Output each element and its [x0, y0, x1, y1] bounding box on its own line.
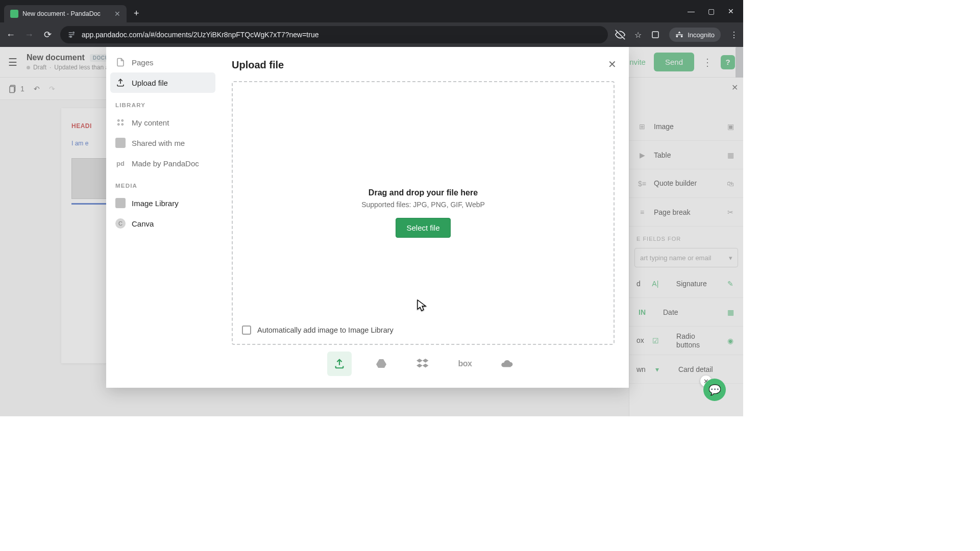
provider-dropbox[interactable]: [411, 352, 435, 376]
window-minimize-icon[interactable]: —: [688, 7, 695, 15]
tab-favicon: [10, 10, 18, 18]
site-settings-icon[interactable]: [67, 31, 76, 39]
tab-title: New document - PandaDoc: [22, 10, 101, 17]
chat-fab[interactable]: 💬: [703, 379, 726, 401]
dropzone-title: Drag and drop your file here: [369, 188, 478, 197]
back-button[interactable]: ←: [5, 30, 16, 40]
auto-add-checkbox-row[interactable]: Automatically add image to Image Library: [242, 325, 394, 335]
sidebar-item-upload[interactable]: Upload file: [110, 72, 215, 93]
select-file-button[interactable]: Select file: [396, 218, 450, 238]
upload-modal: Pages Upload file LIBRARY My content Sha…: [106, 47, 629, 388]
svg-point-8: [118, 123, 119, 125]
svg-point-0: [73, 32, 75, 34]
folder-icon: [115, 138, 126, 148]
new-tab-button[interactable]: +: [134, 8, 139, 19]
sidebar-item-shared[interactable]: Shared with me: [110, 133, 215, 153]
provider-row: box: [232, 349, 615, 379]
extensions-icon[interactable]: [651, 30, 660, 39]
dropzone[interactable]: Drag and drop your file here Supported f…: [232, 81, 615, 345]
modal-main: Upload file ✕ Drag and drop your file he…: [219, 47, 629, 388]
grid-icon: [115, 117, 126, 128]
browser-tab[interactable]: New document - PandaDoc ✕: [4, 5, 127, 22]
auto-add-label: Automatically add image to Image Library: [257, 326, 394, 334]
provider-upload[interactable]: [327, 352, 352, 376]
window-maximize-icon[interactable]: ▢: [708, 7, 715, 15]
app-root: ☰ New document DOCUMENTS Draft · Updated…: [0, 47, 743, 416]
reload-button[interactable]: ⟳: [42, 29, 53, 40]
browser-titlebar: New document - PandaDoc ✕ + — ▢ ✕: [0, 0, 743, 22]
media-section-label: MEDIA: [110, 173, 215, 193]
modal-sidebar: Pages Upload file LIBRARY My content Sha…: [106, 47, 219, 388]
eye-off-icon[interactable]: [615, 30, 625, 40]
provider-box[interactable]: box: [453, 352, 477, 376]
dropzone-subtitle: Supported files: JPG, PNG, GIF, WebP: [361, 201, 485, 209]
sidebar-item-made-by[interactable]: pd Made by PandaDoc: [110, 153, 215, 173]
modal-title: Upload file: [232, 59, 615, 71]
library-section-label: LIBRARY: [110, 93, 215, 112]
svg-point-9: [121, 123, 123, 125]
svg-point-6: [118, 120, 119, 121]
url-text: app.pandadoc.com/a/#/documents/2UzYiBKr8…: [82, 31, 318, 39]
incognito-badge[interactable]: Incognito: [669, 28, 721, 42]
provider-cloud[interactable]: [495, 352, 519, 376]
window-close-icon[interactable]: ✕: [728, 7, 734, 15]
incognito-label: Incognito: [688, 31, 715, 39]
tab-close-icon[interactable]: ✕: [114, 10, 120, 18]
svg-rect-2: [652, 32, 658, 38]
pandadoc-icon: pd: [115, 158, 126, 168]
modal-close-icon[interactable]: ✕: [608, 58, 617, 70]
svg-point-7: [121, 120, 123, 121]
upload-icon: [115, 78, 126, 88]
browser-toolbar: ← → ⟳ app.pandadoc.com/a/#/documents/2Uz…: [0, 22, 743, 47]
provider-google-drive[interactable]: [369, 352, 394, 376]
sidebar-item-canva[interactable]: C Canva: [110, 213, 215, 234]
address-bar[interactable]: app.pandadoc.com/a/#/documents/2UzYiBKr8…: [60, 26, 608, 43]
image-library-icon: [115, 198, 126, 208]
checkbox-icon[interactable]: [242, 325, 251, 335]
forward-button[interactable]: →: [23, 30, 35, 40]
sidebar-item-pages[interactable]: Pages: [110, 52, 215, 72]
sidebar-item-image-library[interactable]: Image Library: [110, 193, 215, 213]
sidebar-item-my-content[interactable]: My content: [110, 112, 215, 133]
page-icon: [115, 57, 126, 67]
browser-menu-icon[interactable]: ⋮: [730, 30, 738, 40]
canva-icon: C: [115, 218, 126, 229]
bookmark-star-icon[interactable]: ☆: [634, 30, 642, 40]
